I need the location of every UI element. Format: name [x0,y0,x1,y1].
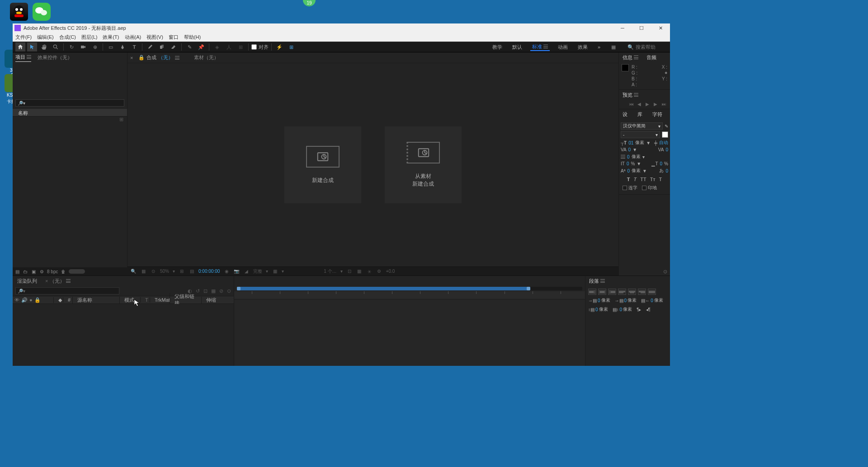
label-column-icon[interactable]: ◆ [53,297,63,303]
leading-value[interactable]: 自动 [659,140,668,146]
menu-file[interactable]: 文件(F) [15,34,32,41]
mode-column[interactable]: 模式 [119,297,140,304]
footer-res-icon[interactable]: ⊞ [179,268,185,275]
justify-last-center-button[interactable] [628,289,636,295]
number-column[interactable]: # [63,297,72,303]
t-column[interactable]: T [140,297,150,303]
indent-right[interactable]: ▤← 0 像素 [641,297,663,304]
brush-tool[interactable] [145,42,155,51]
paragraph-tab[interactable]: 段落 [589,278,605,285]
audio-column-icon[interactable]: 🔊 [21,297,28,303]
eye-column-icon[interactable]: 👁 [14,297,19,303]
menu-effect[interactable]: 效果(T) [103,34,119,41]
rotation-value[interactable]: +0.0 [386,269,395,274]
zoom-tool[interactable] [51,42,61,51]
audio-tab[interactable]: 音频 [646,54,656,61]
footer-channel-icon[interactable]: ▤ [189,268,195,275]
footer-snapshot-icon[interactable]: ◉ [223,268,230,275]
para-dir-rtl[interactable]: ◂¶ [646,306,651,313]
effect-controls-tab[interactable]: 效果控件（无） [38,54,72,62]
project-footer-comp-icon[interactable]: ▣ [31,267,36,276]
project-flowchart-icon[interactable]: ⊞ [13,117,127,124]
footer-gear-icon[interactable]: ⚙ [376,268,382,275]
faux-italic-button[interactable]: T [634,177,637,182]
new-comp-from-footage-button[interactable]: 从素材 新建合成 [385,126,462,203]
panel-tab-she[interactable]: 设 [623,111,627,118]
desktop-icon-qq[interactable] [8,3,30,21]
comp-tab-close-icon[interactable]: × [130,55,133,61]
panel-tab-char[interactable]: 字符 [652,111,662,118]
workspace-animation[interactable]: 动画 [556,44,570,51]
snap-checkbox[interactable] [251,44,257,50]
panel-tab-ku[interactable]: 库 [637,111,642,118]
eraser-tool[interactable] [169,42,179,51]
footer-3d-icon[interactable]: ⊡ [346,268,353,275]
footer-color-icon[interactable]: ◢ [243,268,250,275]
toolbar-extra-1[interactable]: ◈ [212,42,222,51]
menu-view[interactable]: 视图(V) [146,34,163,41]
toolbar-magic-icon[interactable]: ⚡ [274,42,284,51]
composition-tab[interactable]: 🔒 合成 （无） [138,54,179,61]
project-column-name[interactable]: 名称 [13,108,127,117]
stretch-column[interactable]: 伸缩 [201,297,221,304]
timeline-toggle-icon[interactable]: ⊙ [663,269,667,275]
workspace-learn[interactable]: 教学 [491,44,504,51]
toolbar-extra-2[interactable]: 人 [224,42,234,51]
vscale-value[interactable]: 0 [627,161,629,166]
rotation-tool[interactable]: ↻ [66,42,76,51]
info-tab[interactable]: 信息 [623,54,638,61]
hscale-value[interactable]: 0 [660,161,663,166]
menu-window[interactable]: 窗口 [169,34,179,41]
text-color-swatch[interactable] [662,131,668,138]
quality-dropdown-icon[interactable]: ▾ [266,269,268,274]
eyedropper-icon[interactable]: ✎ [665,124,668,129]
solo-column-icon[interactable]: ● [29,297,33,303]
footer-grid-icon[interactable]: ▦ [272,268,278,275]
menu-composition[interactable]: 合成(C) [59,34,76,41]
workspace-overflow-icon[interactable]: ▦ [609,42,618,51]
menu-layer[interactable]: 图层(L) [81,34,97,41]
para-dir-ltr[interactable]: ¶▸ [637,306,641,313]
workspace-default[interactable]: 默认 [510,44,524,51]
chevron-down-icon[interactable]: ▾ [340,269,343,274]
tracking-value[interactable]: 0 [665,147,668,152]
minimize-button[interactable]: ─ [613,23,632,33]
view-count[interactable]: 1 个… [324,268,336,275]
timeline-navigator[interactable] [237,287,582,290]
footer-depth-icon[interactable]: ▦ [356,268,363,275]
font-family-dropdown[interactable]: 汉仪中黑简▾ [621,122,663,130]
justify-last-left-button[interactable] [618,289,626,295]
help-search-input[interactable] [636,44,667,50]
timeline-ruler[interactable] [234,291,585,299]
baseline-value[interactable]: 0 [627,168,630,173]
source-name-column[interactable]: 源名称 [72,297,119,304]
space-after[interactable]: ▤↕ 0 像素 [613,306,632,313]
rectangle-tool[interactable]: ▭ [106,42,116,51]
maximize-button[interactable]: ☐ [632,23,651,33]
selection-tool[interactable] [27,42,37,51]
clone-tool[interactable] [157,42,167,51]
menu-edit[interactable]: 编辑(E) [37,34,54,41]
menu-help[interactable]: 帮助(H) [184,34,201,41]
zoom-dropdown-icon[interactable]: ▾ [173,269,175,274]
superscript-button[interactable]: T [659,177,662,182]
quality-value[interactable]: 完整 [253,268,262,275]
toolbar-extra-3[interactable]: ⊞ [236,42,245,51]
kerning-value[interactable]: 0 [628,147,631,152]
desktop-icon-wechat[interactable] [31,3,52,21]
toolbar-grid-icon[interactable]: ⊞ [286,42,296,51]
camera-tool[interactable] [78,42,88,51]
timecode-value[interactable]: 0:00:00:00 [198,269,220,274]
font-style-dropdown[interactable]: -▾ [621,131,660,138]
preview-next-icon[interactable]: ▶ [654,102,659,107]
project-footer-trash-icon[interactable]: 🗑 [61,267,66,276]
indent-left[interactable]: →▤ 0 像素 [588,297,610,304]
align-right-button[interactable] [608,289,616,295]
footer-share-icon[interactable]: ⚹ [366,268,373,275]
hand-tool[interactable] [39,42,49,51]
ligatures-checkbox[interactable]: 连字 [623,185,637,191]
project-footer-adjust-icon[interactable]: ⚙ [39,267,44,276]
small-caps-button[interactable]: Tт [650,177,656,182]
lock-column-icon[interactable]: 🔒 [34,297,41,303]
render-queue-tab[interactable]: 渲染队列 [17,278,37,285]
